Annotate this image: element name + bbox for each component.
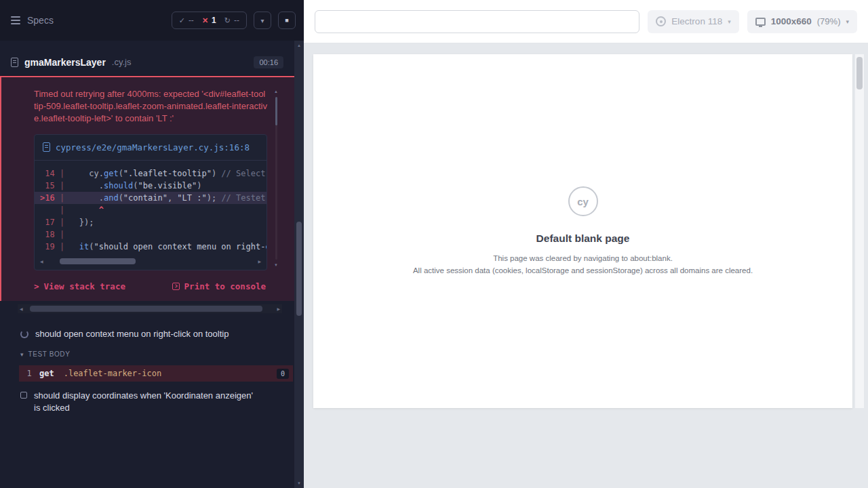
aut-stage: cy Default blank page This page was clea… (304, 43, 868, 488)
viewport-selector[interactable]: 1000x660 (79%) ▾ (747, 10, 857, 33)
spec-duration: 00:16 (254, 56, 283, 68)
aut-scrollbar[interactable] (855, 54, 864, 408)
blank-page-line1: This page was cleared by navigating to a… (493, 253, 673, 264)
command-method: get (39, 369, 54, 378)
spec-extension: .cy.js (112, 57, 132, 67)
pending-count: -- (234, 16, 239, 25)
reporter-header: Specs ✓ -- ✕ 1 ↻ -- ▾ ■ (0, 0, 304, 41)
stat-failed[interactable]: ✕ 1 (202, 16, 216, 25)
cypress-reporter: Specs ✓ -- ✕ 1 ↻ -- ▾ ■ gmaMark (0, 0, 304, 488)
code-frame: cypress/e2e/gmaMarkersLayer.cy.js:16:8 1… (34, 134, 267, 270)
cypress-logo: cy (568, 186, 598, 216)
specs-link[interactable]: Specs (27, 15, 54, 26)
failed-count: 1 (212, 16, 216, 25)
scrollbar-thumb[interactable] (275, 97, 277, 125)
scrollbar-thumb[interactable] (856, 57, 863, 89)
scroll-down-icon[interactable]: ▼ (274, 262, 278, 268)
code-lines: 14 | cy.get(".leaflet-tooltip") // Selec… (35, 161, 267, 254)
blank-page-title: Default blank page (536, 232, 630, 245)
chevron-down-icon: ▾ (260, 17, 264, 24)
test-item-pending[interactable]: should display coordinates when 'Koordin… (0, 384, 294, 420)
stack-trace-label: View stack trace (44, 281, 125, 291)
test-item-active[interactable]: should open context menu on right-click … (0, 323, 294, 346)
scroll-right-icon[interactable]: ▶ (256, 259, 262, 264)
error-message: Timed out retrying after 4000ms: expecte… (34, 88, 267, 125)
command-log-row[interactable]: 1 get .leaflet-marker-icon 0 (19, 365, 293, 382)
scroll-right-icon[interactable]: ▶ (275, 306, 282, 311)
stat-pending[interactable]: ↻ -- (224, 16, 239, 25)
code-horizontal-scrollbar[interactable]: ◀ ▶ (39, 257, 262, 266)
spec-header[interactable]: gmaMarkersLayer .cy.js 00:16 (0, 49, 294, 76)
print-console-label: Print to console (184, 281, 266, 291)
command-count-badge: 0 (277, 369, 289, 379)
spinner-icon (20, 330, 28, 338)
console-icon (172, 283, 180, 290)
test-title: should display coordinates when 'Koordin… (34, 390, 254, 414)
test-body-toggle[interactable]: ▾ TEST BODY (0, 346, 294, 363)
scroll-down-icon[interactable]: ▼ (297, 479, 301, 488)
pending-icon: ↻ (224, 16, 231, 25)
file-icon (43, 142, 50, 152)
test-title: should open context menu on right-click … (35, 328, 229, 340)
scroll-up-icon[interactable]: ▲ (274, 88, 278, 95)
error-actions: > View stack trace Print to console (34, 281, 267, 291)
file-path: cypress/e2e/gmaMarkersLayer.cy.js:16:8 (56, 142, 250, 153)
viewport-size: 1000x660 (771, 16, 812, 26)
command-number: 1 (19, 369, 39, 378)
code-frame-file-link[interactable]: cypress/e2e/gmaMarkersLayer.cy.js:16:8 (35, 135, 267, 161)
menu-icon[interactable] (11, 16, 20, 24)
scroll-up-icon[interactable]: ▲ (297, 41, 301, 50)
stat-passed[interactable]: ✓ -- (179, 16, 194, 25)
file-icon (11, 58, 18, 67)
blank-page-line2: All active session data (cookies, localS… (413, 265, 753, 276)
test-stats: ✓ -- ✕ 1 ↻ -- (172, 12, 247, 29)
scroll-left-icon[interactable]: ◀ (18, 306, 25, 311)
passed-count: -- (189, 16, 194, 25)
test-list: should open context menu on right-click … (0, 313, 294, 420)
url-toolbar: Electron 118 ▾ 1000x660 (79%) ▾ (304, 0, 868, 43)
chevron-down-icon: ▾ (846, 18, 849, 25)
viewport-scale: (79%) (817, 16, 841, 26)
check-icon: ✓ (179, 16, 185, 25)
reporter-scrollbar[interactable]: ▲ ▼ (294, 41, 304, 488)
collapse-button[interactable]: ▾ (254, 12, 271, 29)
spec-name: gmaMarkersLayer (24, 57, 106, 68)
queued-test-icon (20, 392, 27, 399)
view-stack-trace-link[interactable]: > View stack trace (34, 281, 125, 291)
browser-selector[interactable]: Electron 118 ▾ (648, 10, 738, 33)
scrollbar-thumb[interactable] (60, 258, 136, 264)
url-input[interactable] (315, 10, 639, 33)
electron-icon (656, 16, 666, 26)
browser-label: Electron 118 (671, 16, 722, 26)
stop-button[interactable]: ■ (278, 12, 296, 29)
chevron-down-icon: ▾ (20, 351, 24, 358)
test-error-panel: Timed out retrying after 4000ms: expecte… (0, 76, 294, 301)
app-under-test-area: Electron 118 ▾ 1000x660 (79%) ▾ cy Defau… (304, 0, 868, 488)
test-body-label: TEST BODY (28, 350, 71, 358)
print-to-console-link[interactable]: Print to console (172, 281, 266, 291)
chevron-down-icon: ▾ (728, 18, 731, 25)
scroll-left-icon[interactable]: ◀ (39, 259, 45, 264)
scrollbar-thumb[interactable] (30, 306, 262, 312)
prompt-icon: > (34, 281, 39, 291)
cross-icon: ✕ (202, 16, 208, 25)
aut-iframe: cy Default blank page This page was clea… (313, 54, 852, 408)
viewport-icon (755, 18, 766, 26)
error-horizontal-scrollbar[interactable]: ◀ ▶ (18, 304, 282, 313)
stop-icon: ■ (285, 17, 288, 24)
command-target: .leaflet-marker-icon (64, 369, 162, 378)
reporter-content: gmaMarkersLayer .cy.js 00:16 Timed out r… (0, 41, 294, 488)
reporter-body: gmaMarkersLayer .cy.js 00:16 Timed out r… (0, 41, 304, 488)
error-vertical-scrollbar[interactable]: ▲ ▼ (273, 88, 279, 268)
scrollbar-thumb[interactable] (296, 222, 302, 316)
